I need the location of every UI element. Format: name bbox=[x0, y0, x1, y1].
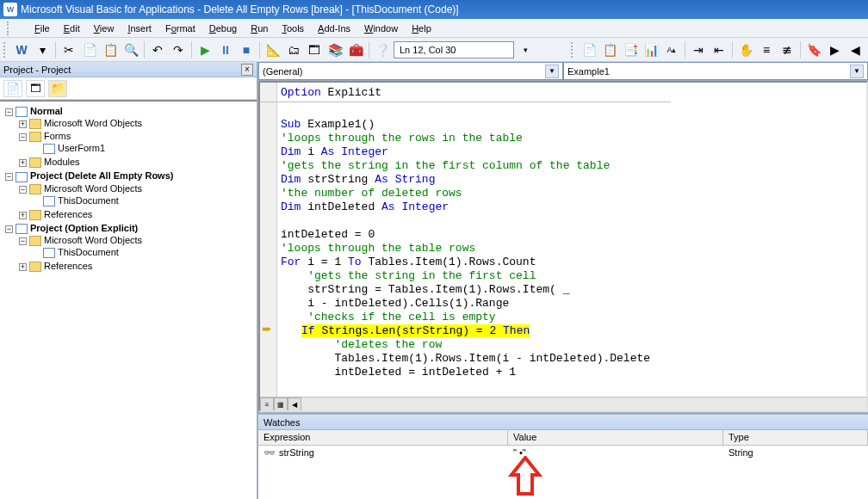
next-bookmark-icon[interactable]: ▶ bbox=[825, 40, 844, 59]
menu-addins[interactable]: Add-Ins bbox=[311, 21, 357, 36]
cut-icon[interactable]: ✂ bbox=[59, 40, 78, 59]
tree-thisdoc3[interactable]: ThisDocument bbox=[58, 247, 119, 257]
tool-icon[interactable]: 📑 bbox=[621, 40, 640, 59]
watch-row[interactable]: 👓strString " •" String bbox=[258, 446, 868, 461]
tree-proj2[interactable]: Project (Delete All Empty Rows) bbox=[30, 170, 173, 181]
breakpoint-arrow-icon: ➨ bbox=[262, 322, 272, 336]
scroll-mode-icon[interactable]: ≡ bbox=[260, 397, 274, 411]
outdent-icon[interactable]: ⇤ bbox=[710, 40, 728, 59]
redo-icon[interactable]: ↷ bbox=[169, 40, 188, 59]
code-editor[interactable]: ➨ Option Explicit Sub Example1() 'loops … bbox=[258, 81, 868, 412]
project-icon[interactable]: 🗂 bbox=[284, 40, 303, 59]
menu-file[interactable]: File bbox=[28, 21, 57, 36]
expand-icon[interactable]: − bbox=[5, 108, 13, 116]
horizontal-scrollbar[interactable]: ≡ ▦ ◀ bbox=[260, 397, 866, 410]
tree-modules[interactable]: Modules bbox=[44, 157, 80, 167]
uncomment-icon[interactable]: ≢ bbox=[778, 40, 797, 59]
title-bar: W Microsoft Visual Basic for Application… bbox=[0, 0, 868, 19]
menu-tools[interactable]: Tools bbox=[275, 21, 311, 36]
menu-window[interactable]: Window bbox=[357, 21, 405, 36]
copy-icon[interactable]: 📄 bbox=[80, 40, 99, 59]
tree-ref2[interactable]: References bbox=[44, 209, 92, 219]
properties-icon[interactable]: 🗔 bbox=[305, 40, 324, 59]
help-icon[interactable]: ❔ bbox=[373, 40, 392, 59]
dropdown-icon[interactable]: ▾ bbox=[33, 40, 52, 59]
separator bbox=[685, 41, 685, 59]
watch-expression: strString bbox=[279, 447, 314, 458]
pause-icon[interactable]: ⏸ bbox=[216, 40, 235, 59]
menubar-handle[interactable] bbox=[7, 22, 22, 35]
col-type[interactable]: Type bbox=[723, 430, 868, 445]
chevron-down-icon[interactable]: ▼ bbox=[850, 65, 864, 78]
menu-run[interactable]: Run bbox=[244, 21, 275, 36]
tree-userform[interactable]: UserForm1 bbox=[58, 143, 105, 153]
scroll-mode-icon[interactable]: ▦ bbox=[274, 397, 288, 411]
view-object-icon[interactable]: 🗔 bbox=[26, 80, 45, 97]
design-icon[interactable]: 📐 bbox=[264, 40, 282, 59]
tree-normal[interactable]: Normal bbox=[30, 106, 63, 116]
object-icon[interactable]: 📚 bbox=[326, 40, 344, 59]
tool-icon[interactable]: 📋 bbox=[600, 40, 619, 59]
hand-icon[interactable]: ✋ bbox=[736, 40, 755, 59]
font-size-icon[interactable]: A▴ bbox=[662, 40, 681, 59]
prev-bookmark-icon[interactable]: ◀ bbox=[846, 40, 865, 59]
menu-insert[interactable]: Insert bbox=[121, 21, 158, 36]
tree-mwo[interactable]: Microsoft Word Objects bbox=[44, 118, 142, 128]
close-icon[interactable]: × bbox=[241, 64, 253, 76]
doc-icon bbox=[43, 248, 55, 258]
toolbox-icon[interactable]: 🧰 bbox=[346, 40, 365, 59]
run-icon[interactable]: ▶ bbox=[195, 40, 214, 59]
separator bbox=[55, 41, 56, 59]
folder-icon bbox=[29, 262, 41, 272]
tree-ref3[interactable]: References bbox=[44, 261, 92, 271]
comment-icon[interactable]: ≡ bbox=[757, 40, 776, 59]
folder-icon[interactable]: 📁 bbox=[48, 80, 67, 97]
tree-mwo2[interactable]: Microsoft Word Objects bbox=[44, 183, 142, 194]
menu-edit[interactable]: Edit bbox=[57, 21, 87, 36]
col-value[interactable]: Value bbox=[508, 430, 723, 445]
chevron-down-icon[interactable]: ▼ bbox=[545, 65, 559, 78]
expand-icon[interactable]: − bbox=[5, 173, 13, 181]
menu-format[interactable]: Format bbox=[158, 21, 202, 36]
word-icon[interactable]: W bbox=[12, 40, 31, 59]
separator bbox=[259, 41, 260, 59]
tool-icon[interactable]: 📄 bbox=[580, 40, 598, 59]
menu-view[interactable]: View bbox=[87, 21, 121, 36]
app-icon: W bbox=[3, 3, 17, 16]
indent-icon[interactable]: ⇥ bbox=[689, 40, 708, 59]
expand-icon[interactable]: − bbox=[5, 225, 13, 233]
view-code-icon[interactable]: 📄 bbox=[3, 80, 22, 97]
dropdown-icon[interactable]: ▾ bbox=[516, 40, 535, 59]
tree-mwo3[interactable]: Microsoft Word Objects bbox=[44, 235, 142, 245]
code-gutter[interactable] bbox=[260, 83, 277, 410]
expand-icon[interactable]: + bbox=[19, 212, 27, 219]
project-tree[interactable]: −Normal +Microsoft Word Objects −Forms U… bbox=[0, 100, 257, 499]
menu-debug[interactable]: Debug bbox=[202, 21, 244, 36]
paste-icon[interactable]: 📋 bbox=[101, 40, 120, 59]
stop-icon[interactable]: ■ bbox=[237, 40, 256, 59]
project-title: Project - Project bbox=[3, 65, 71, 75]
tree-proj3[interactable]: Project (Option Explicit) bbox=[30, 223, 138, 233]
glasses-icon: 👓 bbox=[264, 447, 276, 458]
tree-thisdoc2[interactable]: ThisDocument bbox=[58, 195, 119, 206]
expand-icon[interactable]: + bbox=[19, 120, 27, 128]
toolbar-handle[interactable] bbox=[571, 42, 576, 58]
find-icon[interactable]: 🔍 bbox=[121, 40, 140, 59]
tree-forms[interactable]: Forms bbox=[44, 131, 71, 141]
menu-help[interactable]: Help bbox=[405, 21, 438, 36]
procedure-dropdown[interactable]: Example1 ▼ bbox=[563, 62, 868, 80]
expand-icon[interactable]: − bbox=[19, 133, 27, 141]
expand-icon[interactable]: − bbox=[19, 186, 27, 194]
bookmark-icon[interactable]: 🔖 bbox=[804, 40, 823, 59]
toolbar-handle[interactable] bbox=[3, 42, 9, 58]
object-dropdown[interactable]: (General) ▼ bbox=[258, 62, 563, 80]
col-expression[interactable]: Expression bbox=[258, 430, 508, 445]
expand-icon[interactable]: − bbox=[19, 237, 27, 245]
tool-icon[interactable]: 📊 bbox=[642, 40, 660, 59]
expand-icon[interactable]: + bbox=[19, 159, 27, 167]
undo-icon[interactable]: ↶ bbox=[148, 40, 167, 59]
project-panel: Project - Project × 📄 🗔 📁 −Normal +Micro… bbox=[0, 62, 258, 499]
expand-icon[interactable]: + bbox=[19, 263, 27, 271]
scroll-left-icon[interactable]: ◀ bbox=[288, 397, 301, 411]
code-text[interactable]: Option Explicit Sub Example1() 'loops th… bbox=[281, 86, 650, 379]
